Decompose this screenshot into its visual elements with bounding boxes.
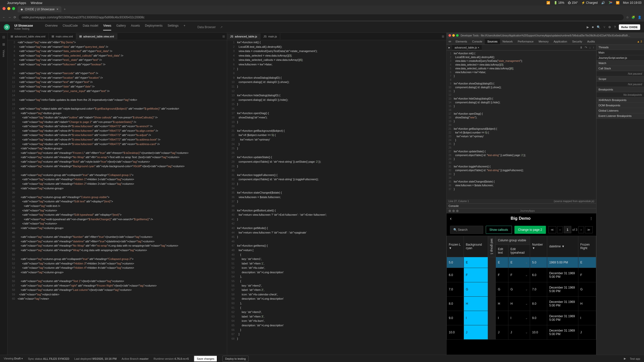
- minimize-icon[interactable]: [7, 7, 10, 10]
- table-row[interactable]: 9.0 I I I ⌄ 9.0 December 31 1969 5:00 PM…: [447, 311, 596, 325]
- active-branch[interactable]: master: [139, 357, 148, 360]
- split-icon[interactable]: ⊞: [220, 35, 227, 38]
- dt-file-tab[interactable]: advanced_table.js ×: [452, 45, 482, 50]
- first-page-icon[interactable]: ≪: [548, 226, 556, 233]
- section-breakpoints[interactable]: Breakpoints: [596, 87, 644, 92]
- next-page-icon[interactable]: ›: [578, 226, 584, 233]
- page-input[interactable]: [564, 226, 571, 233]
- draft-badge[interactable]: Draft: [14, 357, 21, 360]
- tab-overview[interactable]: Overview: [45, 24, 58, 30]
- reload-icon[interactable]: ⟳: [14, 16, 16, 19]
- last-page-icon[interactable]: ≫: [585, 226, 593, 233]
- refer-button[interactable]: Refer OXIDE: [619, 24, 640, 30]
- section-watch[interactable]: Watch: [596, 61, 644, 66]
- section-threads[interactable]: Threads: [596, 45, 644, 50]
- table-row[interactable]: 5.0 E E E ⌄ 5.0 1969 5:00 PM E: [447, 257, 596, 268]
- col-edit-typeahead[interactable]: Edit typeahead: [508, 245, 530, 257]
- data-table[interactable]: Frozen L ▼ Background cyan sed group 1 C…: [447, 236, 596, 355]
- preview-max-icon[interactable]: [456, 210, 459, 212]
- browser-tab[interactable]: ◆ OXIDE | UI Showcase ×: [18, 6, 61, 12]
- debug-step-icon[interactable]: ↷: [585, 46, 587, 49]
- prev-page-icon[interactable]: ‹: [557, 226, 563, 233]
- filter-icon[interactable]: ▼: [562, 245, 565, 248]
- change-page-button[interactable]: Change to page 2: [514, 226, 546, 234]
- sources-nav-icon[interactable]: ▸: [447, 45, 452, 50]
- section-event[interactable]: Event Listener Breakpoints: [596, 113, 644, 119]
- dt-tab-sources[interactable]: Sources: [485, 39, 500, 44]
- address-bar[interactable]: oxide.journeyapps.com/org/5010099a1ea10f…: [19, 14, 624, 20]
- dt-tab-network[interactable]: Network: [500, 39, 515, 44]
- external-link-icon[interactable]: ↗: [220, 25, 223, 29]
- search-icon[interactable]: 🔍: [597, 25, 600, 29]
- tab-views[interactable]: Views: [103, 24, 111, 30]
- play-icon[interactable]: ▶: [587, 25, 589, 29]
- window-menu[interactable]: Window: [31, 1, 42, 5]
- tab-datamodel[interactable]: Data model: [83, 24, 98, 30]
- dt-tab-security[interactable]: Security: [570, 39, 585, 44]
- play-icon[interactable]: ▶: [624, 357, 626, 360]
- col-edit-text[interactable]: Edit text: [496, 245, 508, 257]
- extension-icon[interactable]: 🧩: [631, 16, 635, 19]
- section-dom[interactable]: DOM Breakpoints: [596, 103, 644, 108]
- col-bg-cyan[interactable]: Background cyan: [464, 236, 488, 257]
- file-tab-active[interactable]: ▤advanced_table.view.xml: [76, 33, 117, 39]
- debug-out-icon[interactable]: ↑: [593, 46, 594, 49]
- tab-settings[interactable]: Settings: [168, 24, 178, 30]
- data-browser-link[interactable]: Data Browser: [197, 25, 216, 29]
- maximize-icon[interactable]: [456, 34, 459, 37]
- dt-tab-audits[interactable]: Audits: [585, 39, 597, 44]
- section-scope[interactable]: Scope: [596, 76, 644, 82]
- warnings-badge[interactable]: ▲ 3: [637, 40, 644, 43]
- devtools-code[interactable]: 1kw">function init() {2 LocalDB.test_dat…: [447, 51, 596, 199]
- console-drawer[interactable]: Console: [447, 203, 596, 208]
- close-icon[interactable]: [449, 34, 451, 37]
- profile-icon[interactable]: 👤: [638, 16, 641, 19]
- file-tab[interactable]: ▤advanced_table.view.xml: [8, 33, 49, 39]
- file-tab[interactable]: ▤main.view.xml: [49, 33, 76, 39]
- thread-worker[interactable]: JourneyScript.worker.js: [596, 55, 644, 61]
- table-row[interactable]: 8.0 H H H ⌄ 8.0 December 31 1969 5:00 PM…: [447, 296, 596, 311]
- file-tab[interactable]: JSmain.js: [260, 33, 280, 39]
- table-row[interactable]: 10.0 J J J ⌄ 10.0 December 31 1969 5:00 …: [447, 325, 596, 339]
- back-icon[interactable]: ←: [3, 16, 6, 19]
- tab-deployments[interactable]: Deployments: [145, 24, 163, 30]
- file-tab-active[interactable]: JSadvanced_table.js: [227, 33, 261, 39]
- app-menu[interactable]: JourneyApps: [7, 1, 26, 5]
- preview-close-icon[interactable]: [449, 210, 451, 212]
- col-number[interactable]: Number ▼: [530, 236, 547, 257]
- split-icon[interactable]: ⊞: [440, 35, 446, 38]
- col-frozen-l[interactable]: Frozen L ▼: [447, 236, 464, 257]
- tab-cloudcode[interactable]: CloudCode: [63, 24, 78, 30]
- deploy-button[interactable]: Deploy to testing: [222, 356, 249, 362]
- inspect-icon[interactable]: ▭: [447, 40, 453, 43]
- section-callstack[interactable]: Call Stack: [596, 66, 644, 71]
- collapsed-group-1[interactable]: sed group 1: [488, 236, 496, 257]
- test-app-link[interactable]: Test app: [630, 357, 640, 360]
- branch-icon[interactable]: ⑂: [603, 25, 605, 29]
- table-row[interactable]: 7.0 G G G ⌄ 7.0 December 31 1969 5:00 PM…: [447, 282, 596, 296]
- preview-min-icon[interactable]: [452, 210, 455, 212]
- panel-icon[interactable]: ▦: [2, 42, 5, 46]
- section-global[interactable]: Global Listeners: [596, 108, 644, 113]
- add-tab-icon[interactable]: +: [184, 24, 185, 30]
- maximize-icon[interactable]: [12, 7, 15, 10]
- thread-main[interactable]: Main: [596, 50, 644, 55]
- col-datetime[interactable]: datetime ▼: [547, 236, 578, 257]
- filter-icon[interactable]: ▼: [449, 246, 452, 250]
- debug-in-icon[interactable]: ↓: [589, 46, 591, 49]
- help-icon[interactable]: ?: [614, 25, 616, 29]
- dt-tab-elements[interactable]: Elements: [453, 39, 470, 44]
- new-tab-icon[interactable]: +: [61, 8, 68, 11]
- tab-gallery[interactable]: Gallery: [116, 24, 126, 30]
- forward-icon[interactable]: →: [8, 16, 11, 19]
- gear-icon[interactable]: ⚙: [608, 25, 611, 29]
- debug-pause-icon[interactable]: ⏸: [580, 46, 583, 49]
- section-xhr[interactable]: XHR/fetch Breakpoints: [596, 98, 644, 103]
- table-row[interactable]: 6.0 F F F ⌄ 6.0 December 31 1969 5:00 PM…: [447, 268, 596, 282]
- tab-assets[interactable]: Assets: [131, 24, 140, 30]
- save-button[interactable]: Save changes: [194, 355, 217, 362]
- dt-tab-memory[interactable]: Memory: [536, 39, 551, 44]
- dt-tab-console[interactable]: Console: [470, 39, 485, 44]
- menu-icon[interactable]: ⋮: [590, 217, 593, 220]
- show-callouts-button[interactable]: Show callouts: [486, 226, 512, 234]
